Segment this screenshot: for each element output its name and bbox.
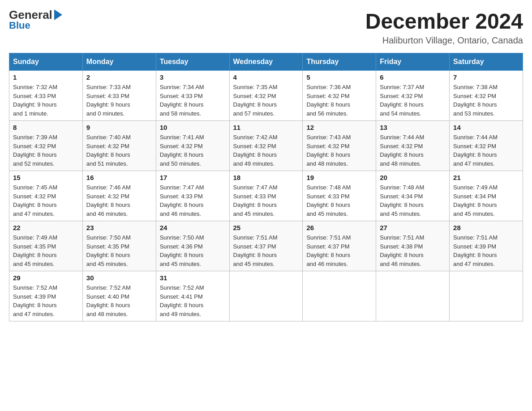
day-number: 27 <box>380 224 446 231</box>
day-number: 31 <box>160 274 226 282</box>
day-info: Sunrise: 7:51 AMSunset: 4:37 PMDaylight:… <box>306 233 372 268</box>
day-info: Sunrise: 7:36 AMSunset: 4:32 PMDaylight:… <box>306 83 372 118</box>
day-number: 9 <box>86 124 152 131</box>
day-info: Sunrise: 7:47 AMSunset: 4:33 PMDaylight:… <box>233 183 299 218</box>
calendar-cell: 17 Sunrise: 7:47 AMSunset: 4:33 PMDaylig… <box>156 171 229 221</box>
day-info: Sunrise: 7:37 AMSunset: 4:32 PMDaylight:… <box>380 83 446 118</box>
day-info: Sunrise: 7:41 AMSunset: 4:32 PMDaylight:… <box>160 133 226 168</box>
day-info: Sunrise: 7:34 AMSunset: 4:33 PMDaylight:… <box>160 83 226 118</box>
day-info: Sunrise: 7:50 AMSunset: 4:36 PMDaylight:… <box>160 233 226 268</box>
column-header-monday: Monday <box>82 53 156 71</box>
day-number: 22 <box>13 224 79 231</box>
day-number: 24 <box>160 224 226 231</box>
calendar-cell: 22 Sunrise: 7:49 AMSunset: 4:35 PMDaylig… <box>9 221 83 271</box>
day-number: 12 <box>306 124 372 131</box>
calendar-cell: 4 Sunrise: 7:35 AMSunset: 4:32 PMDayligh… <box>229 71 303 121</box>
subtitle: Haliburton Village, Ontario, Canada <box>365 35 523 46</box>
calendar-cell: 8 Sunrise: 7:39 AMSunset: 4:32 PMDayligh… <box>9 121 83 171</box>
calendar-table: SundayMondayTuesdayWednesdayThursdayFrid… <box>9 53 523 321</box>
day-number: 14 <box>453 124 519 131</box>
logo: General Blue <box>9 9 62 30</box>
calendar-week-row: 1 Sunrise: 7:32 AMSunset: 4:33 PMDayligh… <box>9 71 523 121</box>
day-info: Sunrise: 7:33 AMSunset: 4:33 PMDaylight:… <box>86 83 152 118</box>
day-info: Sunrise: 7:46 AMSunset: 4:32 PMDaylight:… <box>86 183 152 218</box>
day-info: Sunrise: 7:40 AMSunset: 4:32 PMDaylight:… <box>86 133 152 168</box>
day-number: 10 <box>160 124 226 131</box>
column-header-thursday: Thursday <box>303 53 376 71</box>
calendar-cell: 1 Sunrise: 7:32 AMSunset: 4:33 PMDayligh… <box>9 71 83 121</box>
day-info: Sunrise: 7:44 AMSunset: 4:32 PMDaylight:… <box>380 133 446 168</box>
day-number: 8 <box>13 124 79 131</box>
logo-general: General <box>9 9 62 21</box>
day-number: 16 <box>86 174 152 181</box>
page-header: General Blue December 2024 Haliburton Vi… <box>9 9 523 46</box>
day-number: 23 <box>86 224 152 231</box>
calendar-cell: 19 Sunrise: 7:48 AMSunset: 4:33 PMDaylig… <box>303 171 376 221</box>
calendar-cell: 13 Sunrise: 7:44 AMSunset: 4:32 PMDaylig… <box>376 121 450 171</box>
column-header-tuesday: Tuesday <box>156 53 229 71</box>
day-number: 29 <box>13 274 79 282</box>
main-title: December 2024 <box>365 9 523 34</box>
calendar-cell: 31 Sunrise: 7:52 AMSunset: 4:41 PMDaylig… <box>156 271 229 321</box>
calendar-week-row: 8 Sunrise: 7:39 AMSunset: 4:32 PMDayligh… <box>9 121 523 171</box>
column-header-sunday: Sunday <box>9 53 83 71</box>
day-number: 17 <box>160 174 226 181</box>
day-number: 26 <box>306 224 372 231</box>
calendar-cell: 15 Sunrise: 7:45 AMSunset: 4:32 PMDaylig… <box>9 171 83 221</box>
day-info: Sunrise: 7:48 AMSunset: 4:34 PMDaylight:… <box>380 183 446 218</box>
day-info: Sunrise: 7:51 AMSunset: 4:38 PMDaylight:… <box>380 233 446 268</box>
day-info: Sunrise: 7:43 AMSunset: 4:32 PMDaylight:… <box>306 133 372 168</box>
logo-general-text: General <box>9 9 52 21</box>
day-info: Sunrise: 7:52 AMSunset: 4:40 PMDaylight:… <box>86 283 152 318</box>
logo-blue-text: Blue <box>9 21 62 30</box>
day-info: Sunrise: 7:49 AMSunset: 4:35 PMDaylight:… <box>13 233 79 268</box>
day-info: Sunrise: 7:50 AMSunset: 4:35 PMDaylight:… <box>86 233 152 268</box>
day-number: 18 <box>233 174 299 181</box>
column-header-friday: Friday <box>376 53 450 71</box>
day-info: Sunrise: 7:44 AMSunset: 4:32 PMDaylight:… <box>453 133 519 168</box>
day-info: Sunrise: 7:48 AMSunset: 4:33 PMDaylight:… <box>306 183 372 218</box>
day-number: 25 <box>233 224 299 231</box>
calendar-cell: 28 Sunrise: 7:51 AMSunset: 4:39 PMDaylig… <box>450 221 523 271</box>
calendar-cell <box>450 271 523 321</box>
day-info: Sunrise: 7:52 AMSunset: 4:39 PMDaylight:… <box>13 283 79 318</box>
calendar-cell: 25 Sunrise: 7:51 AMSunset: 4:37 PMDaylig… <box>229 221 303 271</box>
calendar-week-row: 22 Sunrise: 7:49 AMSunset: 4:35 PMDaylig… <box>9 221 523 271</box>
day-number: 20 <box>380 174 446 181</box>
column-header-wednesday: Wednesday <box>229 53 303 71</box>
day-number: 28 <box>453 224 519 231</box>
calendar-cell: 5 Sunrise: 7:36 AMSunset: 4:32 PMDayligh… <box>303 71 376 121</box>
day-number: 30 <box>86 274 152 282</box>
calendar-cell <box>303 271 376 321</box>
calendar-cell: 14 Sunrise: 7:44 AMSunset: 4:32 PMDaylig… <box>450 121 523 171</box>
day-info: Sunrise: 7:52 AMSunset: 4:41 PMDaylight:… <box>160 283 226 318</box>
calendar-cell <box>229 271 303 321</box>
day-info: Sunrise: 7:32 AMSunset: 4:33 PMDaylight:… <box>13 83 79 118</box>
calendar-cell: 10 Sunrise: 7:41 AMSunset: 4:32 PMDaylig… <box>156 121 229 171</box>
calendar-cell: 9 Sunrise: 7:40 AMSunset: 4:32 PMDayligh… <box>82 121 156 171</box>
calendar-cell: 30 Sunrise: 7:52 AMSunset: 4:40 PMDaylig… <box>82 271 156 321</box>
day-number: 21 <box>453 174 519 181</box>
calendar-cell: 23 Sunrise: 7:50 AMSunset: 4:35 PMDaylig… <box>82 221 156 271</box>
calendar-cell: 3 Sunrise: 7:34 AMSunset: 4:33 PMDayligh… <box>156 71 229 121</box>
calendar-cell: 29 Sunrise: 7:52 AMSunset: 4:39 PMDaylig… <box>9 271 83 321</box>
day-info: Sunrise: 7:35 AMSunset: 4:32 PMDaylight:… <box>233 83 299 118</box>
calendar-cell: 12 Sunrise: 7:43 AMSunset: 4:32 PMDaylig… <box>303 121 376 171</box>
calendar-cell: 20 Sunrise: 7:48 AMSunset: 4:34 PMDaylig… <box>376 171 450 221</box>
day-info: Sunrise: 7:39 AMSunset: 4:32 PMDaylight:… <box>13 133 79 168</box>
calendar-cell: 24 Sunrise: 7:50 AMSunset: 4:36 PMDaylig… <box>156 221 229 271</box>
day-number: 15 <box>13 174 79 181</box>
logo-arrow-icon <box>54 9 62 20</box>
day-number: 5 <box>306 73 372 81</box>
day-number: 19 <box>306 174 372 181</box>
calendar-cell: 27 Sunrise: 7:51 AMSunset: 4:38 PMDaylig… <box>376 221 450 271</box>
day-number: 7 <box>453 73 519 81</box>
calendar-header-row: SundayMondayTuesdayWednesdayThursdayFrid… <box>9 53 523 71</box>
calendar-cell: 16 Sunrise: 7:46 AMSunset: 4:32 PMDaylig… <box>82 171 156 221</box>
day-number: 3 <box>160 73 226 81</box>
day-number: 13 <box>380 124 446 131</box>
day-info: Sunrise: 7:38 AMSunset: 4:32 PMDaylight:… <box>453 83 519 118</box>
calendar-cell: 18 Sunrise: 7:47 AMSunset: 4:33 PMDaylig… <box>229 171 303 221</box>
day-number: 1 <box>13 73 79 81</box>
day-info: Sunrise: 7:49 AMSunset: 4:34 PMDaylight:… <box>453 183 519 218</box>
